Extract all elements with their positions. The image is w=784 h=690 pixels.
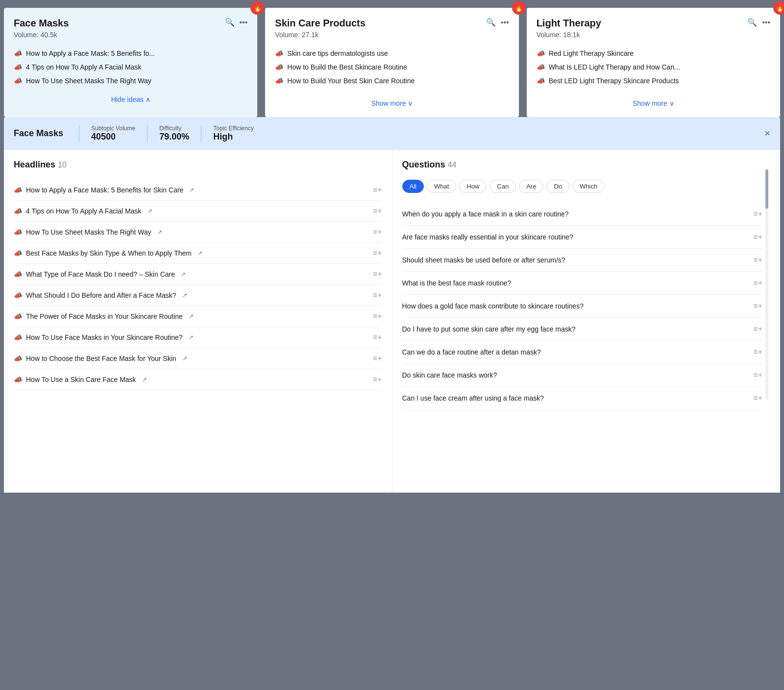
filter-btn-which[interactable]: Which — [572, 180, 605, 193]
more-icon[interactable]: ••• — [762, 18, 770, 27]
headline-text: How to Apply a Face Mask: 5 Benefits for… — [26, 186, 183, 194]
filter-btn-how[interactable]: How — [459, 180, 487, 193]
headline-left: 📣 How to Apply a Face Mask: 5 Benefits f… — [14, 186, 194, 194]
headline-left: 📣 What Should I Do Before and After a Fa… — [14, 291, 187, 299]
external-link-icon[interactable]: ↗ — [181, 271, 186, 278]
idea-text: Best LED Light Therapy Skincare Products — [549, 77, 679, 85]
headlines-panel: Headlines 10 📣 How to Apply a Face Mask:… — [4, 150, 392, 493]
question-item: Do skin care face masks work? ≡+ — [402, 364, 763, 387]
hide-ideas-link[interactable]: Hide ideas ∧ — [14, 95, 247, 103]
add-to-list-icon[interactable]: ≡+ — [373, 354, 382, 363]
headline-text: What Type of Face Mask Do I need? – Skin… — [26, 270, 175, 278]
panel-topic: Face Masks — [14, 128, 63, 139]
search-icon[interactable]: 🔍 — [747, 18, 757, 27]
megaphone-icon: 📣 — [537, 77, 545, 85]
external-link-icon[interactable]: ↗ — [182, 355, 187, 362]
add-to-list-icon[interactable]: ≡+ — [373, 186, 382, 194]
add-question-icon[interactable]: ≡+ — [753, 279, 762, 287]
idea-text: What Is LED Light Therapy and How Can... — [549, 63, 680, 71]
external-link-icon[interactable]: ↗ — [189, 187, 194, 193]
show-more-link[interactable]: Show more ∨ — [537, 99, 770, 107]
headline-text: How To Use Sheet Masks The Right Way — [26, 228, 151, 236]
add-to-list-icon[interactable]: ≡+ — [373, 375, 382, 384]
show-more-link[interactable]: Show more ∨ — [275, 99, 509, 107]
headline-item: 📣 How to Apply a Face Mask: 5 Benefits f… — [14, 180, 382, 201]
card-skin-care[interactable]: 🔥 Skin Care Products 🔍 ••• Volume: 27.1k… — [265, 8, 518, 117]
add-to-list-icon[interactable]: ≡+ — [373, 333, 382, 342]
headlines-title: Headlines 10 — [14, 160, 382, 170]
megaphone-icon: 📣 — [275, 77, 283, 85]
filter-btn-all[interactable]: All — [402, 180, 424, 193]
add-to-list-icon[interactable]: ≡+ — [373, 207, 382, 215]
ideas-list: 📣 Red Light Therapy Skincare 📣 What Is L… — [537, 47, 770, 88]
headline-left: 📣 How To Use a Skin Care Face Mask ↗ — [14, 376, 147, 383]
headline-left: 📣 How To Use Sheet Masks The Right Way ↗ — [14, 228, 162, 236]
filter-btn-do[interactable]: Do — [546, 180, 569, 193]
panel-header: Face Masks Subtopic Volume 40500 Difficu… — [4, 117, 780, 150]
add-question-icon[interactable]: ≡+ — [753, 371, 762, 380]
idea-text: Red Light Therapy Skincare — [549, 49, 634, 57]
panel-stat-difficulty: Difficulty 79.00% — [147, 125, 201, 142]
megaphone-icon: 📣 — [14, 207, 22, 215]
megaphone-icon: 📣 — [14, 49, 22, 57]
idea-item: 📣 4 Tips on How To Apply A Facial Mask — [14, 60, 247, 74]
headline-left: 📣 What Type of Face Mask Do I need? – Sk… — [14, 270, 186, 278]
headline-item: 📣 Best Face Masks by Skin Type & When to… — [14, 243, 382, 264]
headlines-count: 10 — [58, 161, 67, 169]
external-link-icon[interactable]: ↗ — [189, 334, 194, 341]
filter-btn-what[interactable]: What — [427, 180, 456, 193]
add-question-icon[interactable]: ≡+ — [753, 302, 762, 310]
card-actions: 🔍 ••• — [225, 18, 248, 27]
add-question-icon[interactable]: ≡+ — [753, 210, 762, 218]
headline-left: 📣 How To Use Face Masks in Your Skincare… — [14, 333, 194, 341]
external-link-icon[interactable]: ↗ — [147, 208, 152, 214]
question-text: Do skin care face masks work? — [402, 371, 497, 379]
add-question-icon[interactable]: ≡+ — [753, 233, 762, 241]
external-link-icon[interactable]: ↗ — [182, 292, 187, 299]
question-text: Can we do a face routine after a detan m… — [402, 348, 541, 356]
add-to-list-icon[interactable]: ≡+ — [373, 291, 382, 300]
idea-text: Skin care tips dermatologists use — [287, 49, 388, 57]
idea-item: 📣 How to Build the Best Skincare Routine — [275, 60, 509, 74]
add-to-list-icon[interactable]: ≡+ — [373, 228, 382, 237]
scrollbar-track — [765, 169, 768, 400]
card-volume: Volume: 18.1k — [537, 31, 770, 39]
close-button[interactable]: × — [764, 128, 770, 139]
add-question-icon[interactable]: ≡+ — [753, 348, 762, 357]
idea-item: 📣 How to Apply a Face Mask: 5 Benefits f… — [14, 47, 247, 60]
add-question-icon[interactable]: ≡+ — [753, 256, 762, 264]
filter-btn-can[interactable]: Can — [490, 180, 516, 193]
megaphone-icon: 📣 — [275, 63, 283, 71]
headline-item: 📣 How To Use Face Masks in Your Skincare… — [14, 327, 382, 348]
question-item: When do you apply a face mask in a skin … — [402, 203, 763, 226]
card-light-therapy[interactable]: 🔥 Light Therapy 🔍 ••• Volume: 18.1k 📣 Re… — [527, 8, 780, 117]
megaphone-icon: 📣 — [537, 63, 545, 71]
fire-badge: 🔥 — [512, 1, 526, 15]
external-link-icon[interactable]: ↗ — [142, 376, 147, 383]
add-question-icon[interactable]: ≡+ — [753, 394, 762, 403]
ideas-list: 📣 How to Apply a Face Mask: 5 Benefits f… — [14, 47, 247, 88]
idea-item: 📣 What Is LED Light Therapy and How Can.… — [537, 60, 770, 74]
megaphone-icon: 📣 — [14, 63, 22, 71]
scrollbar-thumb[interactable] — [765, 169, 768, 209]
megaphone-icon: 📣 — [537, 49, 545, 57]
difficulty-label: Difficulty — [159, 125, 189, 132]
search-icon[interactable]: 🔍 — [486, 18, 496, 27]
external-link-icon[interactable]: ↗ — [157, 229, 162, 236]
external-link-icon[interactable]: ↗ — [197, 250, 202, 257]
more-icon[interactable]: ••• — [501, 18, 509, 27]
subtopic-volume-label: Subtopic Volume — [91, 125, 135, 132]
add-to-list-icon[interactable]: ≡+ — [373, 312, 382, 321]
megaphone-icon: 📣 — [14, 376, 22, 383]
questions-title: Questions 44 — [402, 160, 763, 170]
external-link-icon[interactable]: ↗ — [189, 313, 194, 320]
search-icon[interactable]: 🔍 — [225, 18, 235, 27]
add-question-icon[interactable]: ≡+ — [753, 325, 762, 333]
filter-btn-are[interactable]: Are — [519, 180, 543, 193]
headline-item: 📣 How To Use a Skin Care Face Mask ↗ ≡+ — [14, 369, 382, 390]
add-to-list-icon[interactable]: ≡+ — [373, 270, 382, 279]
card-face-masks[interactable]: 🔥 Face Masks 🔍 ••• Volume: 40.5k 📣 How t… — [4, 8, 257, 117]
card-title: Skin Care Products — [275, 18, 366, 29]
more-icon[interactable]: ••• — [240, 18, 248, 27]
add-to-list-icon[interactable]: ≡+ — [373, 249, 382, 258]
